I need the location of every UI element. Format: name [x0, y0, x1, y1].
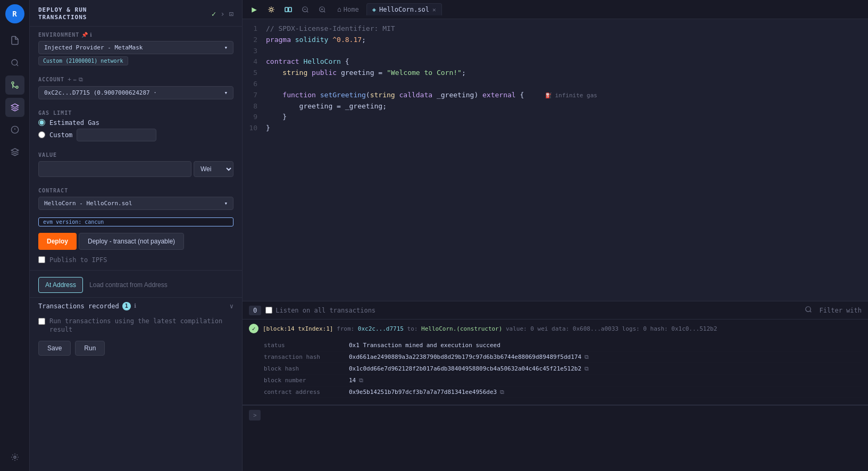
expand-button[interactable]: >: [249, 410, 261, 420]
tx-from: 0xc2c...d7715: [358, 325, 404, 332]
tx-details: status 0x1 Transaction mined and executi…: [243, 338, 868, 405]
svg-point-19: [805, 307, 810, 312]
deploy-btn-row: Deploy Deploy - transact (not payable): [30, 229, 242, 254]
publish-row: Publish to IPFS: [30, 254, 242, 268]
tx-log-text: [block:14 txIndex:1] from: 0xc2c...d7715…: [263, 325, 717, 332]
files-icon[interactable]: [5, 31, 24, 50]
copy-account-icon[interactable]: ⧉: [79, 76, 83, 83]
at-address-button[interactable]: At Address: [38, 277, 83, 293]
tx-detail-block-number: block number 14 ⧉: [264, 375, 862, 386]
forward-icon[interactable]: ›: [220, 10, 224, 18]
contract-section: CONTRACT HelloCorn - HelloCorn.sol ▾: [30, 182, 242, 215]
main-area: ▶ ⌂ Home ◈ HelloCorn.sol ✕ 1 // SPDX-Lic…: [243, 0, 868, 471]
save-run-row: Save Run: [38, 337, 233, 360]
listen-check: Listen on all transactions: [265, 307, 375, 314]
environment-select[interactable]: Injected Provider - MetaMask ▾: [38, 41, 233, 54]
plugin-icon[interactable]: [5, 142, 24, 162]
tx-detail-key-block-number: block number: [264, 377, 349, 384]
home-tab[interactable]: ⌂ Home: [332, 3, 364, 15]
environment-info-icon[interactable]: ℹ: [90, 32, 92, 38]
listen-checkbox[interactable]: [265, 307, 272, 314]
unit-select[interactable]: Wei Gwei Finney Ether: [194, 161, 233, 177]
custom-gas-radio[interactable]: [38, 131, 45, 138]
tx-detail-hash: transaction hash 0xd661ae2490889a3a22387…: [264, 351, 862, 363]
listen-count: 0: [249, 306, 261, 315]
deploy-button[interactable]: Deploy: [38, 233, 77, 250]
zoom-in-icon[interactable]: [315, 2, 330, 17]
file-tab[interactable]: ◈ HelloCorn.sol ✕: [366, 3, 442, 15]
filter-label: Filter with: [820, 307, 862, 314]
layout-icon[interactable]: ⊡: [229, 10, 233, 18]
publish-ipfs-checkbox[interactable]: [38, 256, 45, 263]
contract-select[interactable]: HelloCorn - HelloCorn.sol ▾: [38, 197, 233, 210]
value-label: VALUE: [38, 152, 57, 158]
copy-contract-addr-icon[interactable]: ⧉: [500, 389, 504, 396]
deploy-header: DEPLOY & RUN TRANSACTIONS ✓ › ⊡: [30, 0, 242, 27]
svg-point-9: [270, 8, 273, 11]
code-line-8: 8 greeting = _greeting;: [243, 101, 868, 112]
code-line-9: 9 }: [243, 112, 868, 123]
add-account-icon[interactable]: +: [68, 76, 71, 83]
contract-chevron-icon: ▾: [224, 200, 228, 207]
tx-detail-val-block-number: 14 ⧉: [349, 377, 363, 384]
transactions-info-icon: ℹ: [134, 302, 136, 309]
account-select[interactable]: 0xC2c...D7715 (0.9007000624287 · ▾: [38, 86, 233, 99]
environment-pin-icon: 📌: [81, 32, 88, 38]
copy-hash-icon[interactable]: ⧉: [585, 354, 589, 360]
tx-detail-status: status 0x1 Transaction mined and executi…: [264, 340, 862, 351]
run-button[interactable]: Run: [75, 341, 105, 356]
code-line-5: 5 string public greeting = "Welcome to C…: [243, 68, 868, 79]
account-label: ACCOUNT: [38, 77, 64, 82]
edit-account-icon[interactable]: ✏: [73, 76, 77, 83]
zoom-out-icon[interactable]: [298, 2, 313, 17]
code-line-7: 7 function setGreeting(string calldata _…: [243, 90, 868, 101]
deploy-icon[interactable]: [5, 98, 24, 117]
deploy-transact-button[interactable]: Deploy - transact (not payable): [79, 233, 184, 250]
code-line-1: 1 // SPDX-License-Identifier: MIT: [243, 23, 868, 35]
git-icon[interactable]: [5, 75, 24, 95]
copy-block-num-icon[interactable]: ⧉: [359, 377, 363, 384]
search-log-icon[interactable]: [802, 305, 815, 316]
transactions-chevron-icon[interactable]: ∨: [230, 302, 233, 310]
copy-block-hash-icon[interactable]: ⧉: [585, 365, 589, 372]
tx-detail-block-hash: block hash 0x1c0dd66e7d962128f2b017a6db3…: [264, 363, 862, 375]
search-icon[interactable]: [5, 53, 24, 72]
debug-icon[interactable]: [5, 120, 24, 139]
gas-radio-group: Estimated Gas Custom 3000000: [38, 119, 233, 141]
deploy-header-icons: ✓ › ⊡: [212, 10, 233, 18]
run-button-toolbar[interactable]: ▶: [247, 2, 262, 17]
estimated-gas-radio[interactable]: [38, 119, 45, 126]
tx-detail-key-contract-address: contract address: [264, 389, 349, 396]
estimated-gas-label: Estimated Gas: [49, 119, 99, 127]
save-button[interactable]: Save: [38, 341, 71, 356]
code-line-3: 3: [243, 46, 868, 57]
code-editor[interactable]: 1 // SPDX-License-Identifier: MIT 2 prag…: [243, 19, 868, 301]
tab-close-icon[interactable]: ✕: [432, 6, 436, 13]
tx-log-header[interactable]: ✓ [block:14 txIndex:1] from: 0xc2c...d77…: [243, 319, 868, 338]
tx-detail-contract-address: contract address 0x9e5b14251b7b97dcf3b7a…: [264, 386, 862, 398]
value-input[interactable]: 0: [38, 161, 191, 177]
custom-gas-input[interactable]: 3000000: [77, 129, 156, 141]
expand-section: >: [243, 405, 868, 425]
svg-line-13: [307, 11, 308, 12]
tx-detail-key-status: status: [264, 342, 349, 349]
account-section: ACCOUNT + ✏ ⧉ 0xC2c...D7715 (0.900700062…: [30, 71, 242, 105]
divider-1: [30, 270, 242, 271]
environment-label: ENVIRONMENT: [38, 32, 79, 38]
toggle-button-toolbar[interactable]: [281, 2, 296, 17]
run-tx-checkbox[interactable]: [38, 318, 45, 325]
chevron-down-icon: ▾: [224, 44, 228, 51]
transactions-count-badge: 1: [122, 302, 131, 310]
editor-tabs: ▶ ⌂ Home ◈ HelloCorn.sol ✕: [243, 0, 868, 19]
svg-rect-10: [285, 7, 288, 12]
bottom-panel: 0 Listen on all transactions Filter with…: [243, 301, 868, 471]
file-tab-label: HelloCorn.sol: [379, 6, 429, 13]
settings-icon[interactable]: [5, 448, 24, 467]
run-tx-row: Run transactions using the latest compil…: [38, 315, 233, 337]
debug-button-toolbar[interactable]: [264, 2, 279, 17]
environment-section: ENVIRONMENT 📌 ℹ Injected Provider - Meta…: [30, 27, 242, 71]
tx-detail-key-block-hash: block hash: [264, 365, 349, 372]
app-logo: R: [5, 4, 24, 23]
load-contract-button[interactable]: Load contract from Address: [85, 277, 172, 293]
sidebar: R: [0, 0, 30, 471]
